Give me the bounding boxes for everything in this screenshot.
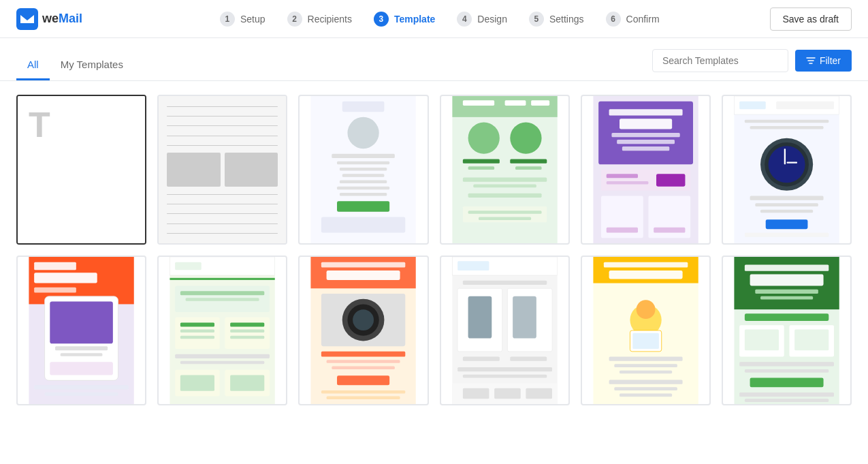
step-recipients[interactable]: 2 Recipients — [276, 12, 363, 27]
svg-rect-32 — [609, 109, 682, 115]
svg-rect-137 — [620, 394, 672, 397]
step-label-confirm: Confirm — [626, 14, 660, 25]
svg-rect-6 — [340, 168, 387, 171]
svg-rect-149 — [739, 362, 834, 366]
template-card-discount[interactable] — [722, 256, 852, 405]
search-filter-area: Filter — [652, 49, 852, 80]
svg-rect-70 — [50, 362, 113, 375]
tab-all[interactable]: All — [16, 50, 50, 80]
save-draft-button[interactable]: Save as draft — [770, 7, 852, 31]
logo-icon — [16, 8, 38, 30]
svg-rect-72 — [45, 392, 118, 396]
template-grid: T — [0, 81, 868, 419]
svg-rect-12 — [321, 217, 405, 232]
template-card-product-update[interactable] — [16, 256, 146, 405]
tab-my-templates[interactable]: My Templates — [50, 50, 134, 80]
svg-rect-152 — [739, 392, 834, 397]
template-card-blank[interactable]: T — [16, 95, 146, 245]
svg-rect-127 — [609, 270, 682, 279]
svg-rect-142 — [755, 290, 818, 294]
svg-point-18 — [468, 123, 499, 154]
svg-rect-65 — [34, 288, 76, 293]
svg-rect-10 — [340, 193, 387, 196]
svg-rect-122 — [494, 388, 521, 399]
template-card-collaborate[interactable] — [581, 256, 711, 405]
step-label-template: Template — [394, 14, 435, 25]
svg-rect-93 — [230, 375, 264, 391]
svg-rect-34 — [611, 133, 679, 137]
svg-rect-135 — [609, 380, 682, 384]
svg-rect-123 — [526, 388, 552, 399]
svg-rect-88 — [175, 354, 270, 358]
template-card-youre-in-luck[interactable] — [298, 256, 428, 405]
step-setup[interactable]: 1 Setup — [209, 12, 276, 27]
template-card-rudys[interactable] — [581, 95, 711, 245]
template-card-tshirt[interactable] — [440, 256, 570, 405]
svg-rect-17 — [531, 100, 549, 106]
svg-rect-9 — [337, 187, 389, 190]
step-design[interactable]: 4 Design — [446, 12, 518, 27]
rudys-preview — [582, 96, 709, 243]
filter-button[interactable]: Filter — [795, 50, 852, 72]
svg-rect-68 — [55, 346, 108, 350]
svg-rect-71 — [34, 385, 129, 389]
sub-header: All My Templates Filter — [0, 38, 868, 81]
svg-point-3 — [348, 117, 379, 149]
svg-rect-106 — [321, 390, 405, 394]
green-food-preview — [441, 96, 568, 243]
svg-rect-50 — [750, 126, 823, 129]
svg-rect-121 — [462, 388, 489, 399]
svg-rect-153 — [745, 399, 829, 402]
step-label-recipients: Recipients — [308, 14, 352, 25]
template-card-wemail-watch[interactable] — [722, 95, 852, 245]
svg-rect-81 — [225, 318, 270, 349]
svg-rect-143 — [760, 296, 813, 300]
step-number-3: 3 — [374, 12, 389, 27]
svg-rect-20 — [462, 159, 499, 164]
search-input[interactable] — [652, 49, 788, 72]
step-settings[interactable]: 5 Settings — [518, 12, 595, 27]
svg-rect-117 — [510, 357, 547, 361]
youre-in-luck-preview — [300, 257, 427, 404]
svg-rect-80 — [175, 318, 220, 349]
svg-rect-16 — [504, 100, 526, 106]
svg-rect-4 — [332, 154, 396, 158]
svg-rect-55 — [786, 161, 797, 163]
collaborate-preview — [582, 257, 709, 404]
tabs: All My Templates — [16, 50, 134, 80]
svg-rect-56 — [750, 196, 823, 200]
step-confirm[interactable]: 6 Confirm — [595, 12, 671, 27]
svg-rect-92 — [180, 375, 214, 391]
svg-rect-23 — [515, 166, 542, 170]
svg-rect-67 — [50, 302, 113, 344]
svg-rect-11 — [337, 201, 389, 211]
svg-rect-105 — [337, 375, 389, 385]
template-card-green-food[interactable] — [440, 95, 570, 245]
svg-rect-28 — [468, 211, 541, 214]
svg-rect-5 — [337, 161, 389, 165]
svg-rect-59 — [766, 219, 808, 229]
svg-rect-22 — [468, 166, 494, 170]
template-card-appsero[interactable] — [298, 95, 428, 245]
template-card-gray-layout[interactable] — [157, 95, 287, 245]
svg-rect-116 — [513, 296, 536, 339]
template-card-wemail-green[interactable] — [157, 256, 287, 405]
svg-rect-48 — [776, 102, 834, 110]
wemail-green-preview — [159, 257, 286, 404]
logo-text: weMail — [42, 12, 82, 26]
svg-rect-40 — [656, 174, 685, 187]
logo[interactable]: weMail — [16, 8, 82, 30]
svg-rect-134 — [620, 371, 672, 374]
svg-rect-85 — [230, 329, 264, 332]
svg-rect-107 — [327, 396, 400, 399]
step-template[interactable]: 3 Template — [363, 12, 446, 27]
svg-rect-118 — [457, 367, 552, 371]
svg-rect-148 — [794, 329, 829, 350]
svg-rect-64 — [34, 273, 97, 283]
svg-rect-133 — [614, 364, 677, 367]
svg-rect-130 — [632, 333, 659, 349]
step-label-setup: Setup — [240, 14, 266, 25]
svg-point-131 — [636, 300, 655, 319]
svg-rect-104 — [332, 366, 396, 369]
svg-rect-21 — [510, 159, 547, 164]
